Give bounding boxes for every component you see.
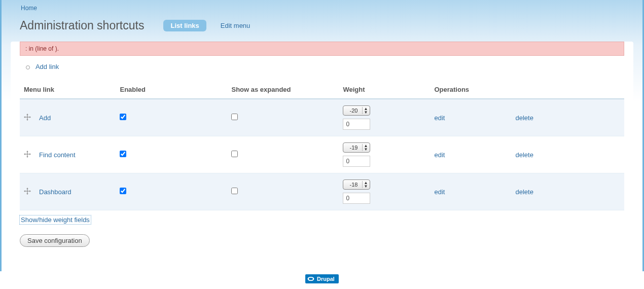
add-link-row: Add link <box>20 61 624 78</box>
delete-link[interactable]: delete <box>515 188 533 196</box>
page-wrapper: Home Administration shortcuts List links… <box>0 0 644 271</box>
th-weight: Weight <box>339 81 430 99</box>
enabled-checkbox[interactable] <box>120 151 126 157</box>
tab-edit-menu[interactable]: Edit menu <box>213 20 258 31</box>
drupal-icon <box>307 275 314 282</box>
edit-link[interactable]: edit <box>434 114 445 122</box>
th-enabled: Enabled <box>116 81 227 99</box>
drupal-badge[interactable]: Drupal <box>305 274 339 283</box>
breadcrumb-home-link[interactable]: Home <box>21 5 37 12</box>
breadcrumb: Home <box>2 0 642 16</box>
th-show-expanded: Show as expanded <box>227 81 339 99</box>
th-menu-link: Menu link <box>20 81 116 99</box>
menu-link[interactable]: Find content <box>39 151 76 159</box>
edit-link[interactable]: edit <box>434 188 445 196</box>
weight-stepper[interactable]: -20 ▲▼ <box>343 105 370 116</box>
links-table: Menu link Enabled Show as expanded Weigh… <box>20 81 624 210</box>
table-row: Find content -19 ▲▼ edit delete <box>20 136 624 173</box>
delete-link[interactable]: delete <box>515 114 533 122</box>
expanded-checkbox[interactable] <box>231 114 238 120</box>
save-button[interactable]: Save configuration <box>20 234 90 247</box>
enabled-checkbox[interactable] <box>120 114 126 120</box>
svg-point-7 <box>309 278 313 280</box>
footer: Drupal <box>0 271 644 284</box>
table-body: Add -20 ▲▼ edit delete <box>20 99 624 210</box>
add-link[interactable]: Add link <box>35 63 59 70</box>
edit-link[interactable]: edit <box>434 151 445 159</box>
title-row: Administration shortcuts List links Edit… <box>2 16 642 38</box>
menu-link[interactable]: Add <box>39 114 51 122</box>
stepper-arrows-icon[interactable]: ▲▼ <box>362 181 368 188</box>
menu-link[interactable]: Dashboard <box>39 188 71 196</box>
tab-list-links[interactable]: List links <box>163 20 206 31</box>
table-row: Add -20 ▲▼ edit delete <box>20 99 624 136</box>
weight-input[interactable] <box>343 119 370 130</box>
weight-input[interactable] <box>343 193 370 204</box>
weight-stepper[interactable]: -19 ▲▼ <box>343 142 370 153</box>
drag-handle-icon[interactable] <box>24 115 31 122</box>
drag-handle-icon[interactable] <box>24 189 31 196</box>
expanded-checkbox[interactable] <box>231 151 238 157</box>
expanded-checkbox[interactable] <box>231 188 238 194</box>
content: : in (line of ). Add link Menu link Enab… <box>11 42 633 256</box>
drag-handle-icon[interactable] <box>24 152 31 159</box>
enabled-checkbox[interactable] <box>120 188 126 194</box>
table-row: Dashboard -18 ▲▼ edit delete <box>20 173 624 210</box>
weight-input[interactable] <box>343 156 370 167</box>
stepper-arrows-icon[interactable]: ▲▼ <box>362 144 368 151</box>
error-message: : in (line of ). <box>20 42 624 56</box>
bullet-icon <box>26 65 30 69</box>
stepper-arrows-icon[interactable]: ▲▼ <box>362 107 368 114</box>
page-title: Administration shortcuts <box>20 19 144 32</box>
drupal-badge-label: Drupal <box>317 276 335 282</box>
show-hide-weights[interactable]: Show/hide weight fields <box>20 215 91 224</box>
weight-stepper[interactable]: -18 ▲▼ <box>343 179 370 190</box>
tabs: List links Edit menu <box>163 20 257 31</box>
th-operations: Operations <box>430 81 624 99</box>
delete-link[interactable]: delete <box>515 151 533 159</box>
